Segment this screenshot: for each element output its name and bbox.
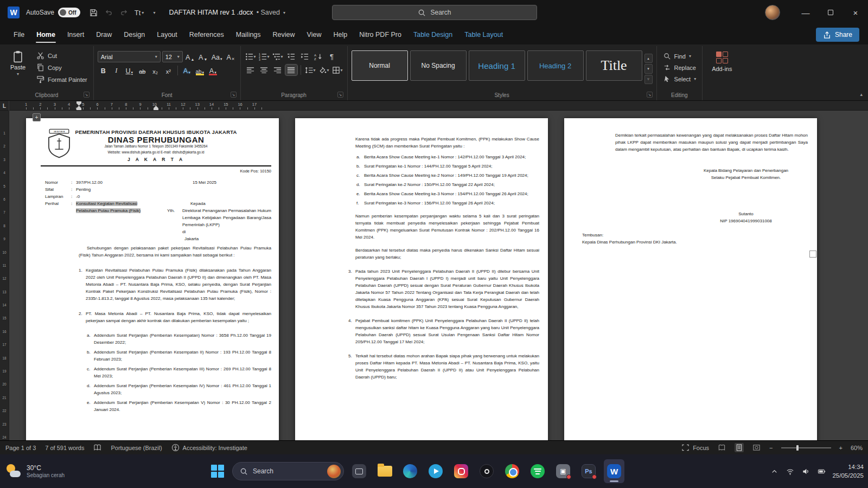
tembusan-item[interactable]: Kepala Dinas Perhubungan Provinsi DKI Ja… (582, 239, 808, 246)
list-item[interactable]: 4.Pejabat Pembuat komitmen (PPK) Unit Pe… (348, 317, 539, 345)
meta-row-sifat[interactable]: Sifat:Penting (45, 186, 271, 193)
signature-title-2[interactable]: Selaku Pejabat Pembuat Komitmen. (692, 174, 800, 181)
document-page-1[interactable]: + JAYA RAYA PEMERINTAH PROVINSI DAERAH K… (26, 118, 279, 440)
cut-button[interactable]: Cut (34, 50, 90, 61)
list-item[interactable]: b.Surat Peringatan ke-1 Nomor : 144/PH.1… (356, 163, 539, 170)
zoom-in-button[interactable]: + (839, 445, 843, 451)
signature-nip[interactable]: NIP 196904041999031008 (692, 217, 800, 224)
superscript-button[interactable]: x² (163, 65, 174, 76)
font-size-combo[interactable]: 12▾ (162, 51, 183, 62)
styles-more-button[interactable]: ▿ (644, 75, 653, 84)
replace-button[interactable]: Replace (661, 62, 699, 73)
paragraph-dialog-launcher[interactable]: ↘ (337, 92, 343, 98)
hidden-icons-chevron[interactable] (769, 466, 779, 476)
styles-scroll-down-button[interactable]: ▾ (644, 64, 653, 73)
list-item[interactable]: a.Addendum Surat Perjanjian (Pemberian K… (87, 332, 271, 346)
document-page-2[interactable]: Karena tidak ada progress maka Pejabat P… (295, 118, 548, 440)
save-button[interactable] (87, 5, 101, 20)
grow-font-button[interactable]: A▲ (184, 52, 196, 62)
align-left-button[interactable] (245, 65, 257, 75)
borders-button[interactable]: ▾ (331, 65, 343, 75)
recipient-name[interactable]: Direktorat Penanganan Permasalahan Hukum… (182, 207, 271, 228)
spotify-icon[interactable] (527, 459, 548, 483)
autosave-toggle[interactable]: Off (58, 8, 80, 17)
text-effects-button[interactable]: A▾ (181, 65, 193, 76)
list-item[interactable]: a.Berita Acara Show Cause Meeting ke-1 N… (356, 153, 539, 160)
tab-mailings[interactable]: Mailings (230, 25, 267, 44)
customize-quick-access-button[interactable]: ▾ (148, 5, 162, 20)
styles-scroll-up-button[interactable]: ▴ (644, 54, 653, 63)
font-color-button[interactable]: A▾ (207, 65, 219, 76)
signature-name-block[interactable]: Sutanto NIP 196904041999031008 (692, 210, 800, 224)
search-highlight-image[interactable] (327, 465, 341, 478)
maximize-button[interactable] (818, 0, 843, 25)
recipient-yth[interactable]: Yth. (167, 207, 182, 228)
letter-date[interactable]: 15 Mei 2025 (193, 179, 216, 186)
decrease-indent-button[interactable] (285, 51, 297, 62)
justify-button[interactable] (285, 65, 297, 75)
paste-button[interactable]: Paste ▾ (4, 47, 32, 76)
recipient-block[interactable]: Kepada Yth.Direktorat Penanganan Permasa… (167, 200, 271, 242)
volume-icon[interactable] (801, 466, 810, 476)
letterhead-city[interactable]: J A K A R T A (41, 156, 271, 163)
signature-title-block[interactable]: Kepala Bidang Pelayaran dan Penerbangan … (692, 167, 800, 181)
document-page-3[interactable]: Demikian terkait permasalahan kewenangan… (564, 118, 817, 440)
list-item[interactable]: 1.Kegiatan Revitalisasi Pelabuhan Pulau … (79, 267, 271, 302)
show-formatting-marks-button[interactable]: ¶ (326, 51, 338, 62)
tembusan-label[interactable]: Tembusan: (582, 232, 808, 239)
meta-row-lampiran[interactable]: Lampiran:-0 (45, 193, 271, 200)
list-item[interactable]: e.Addendum Surat Perjanjian (Pemberian K… (87, 399, 271, 413)
paragraph[interactable]: Karena tidak ada progress maka Pejabat P… (355, 136, 539, 150)
list-item[interactable]: 5.Terkait hal tersebut diatas mohon arah… (348, 352, 539, 381)
horizontal-ruler[interactable]: L 1234567891011121314151617 (0, 101, 868, 111)
zoom-out-button[interactable]: − (769, 445, 773, 451)
list-item[interactable]: e.Berita Acara Show Cause Meeting ke-3 N… (356, 190, 539, 197)
collapse-ribbon-button[interactable]: ▴ (860, 92, 863, 97)
align-center-button[interactable] (258, 65, 270, 75)
accessibility-status[interactable]: Accessibility: Investigate (171, 444, 247, 452)
battery-icon[interactable] (816, 466, 826, 476)
find-button[interactable]: Find▾ (661, 51, 699, 61)
minimize-button[interactable]: — (793, 0, 818, 25)
tab-insert[interactable]: Insert (61, 25, 90, 44)
tab-home[interactable]: Home (30, 25, 61, 44)
paragraph[interactable]: Sehubungan dengan pelaksanaan paket peke… (79, 245, 271, 259)
content-control-checkbox[interactable] (809, 251, 816, 258)
clear-formatting-button[interactable]: A✕ (225, 52, 237, 62)
bullets-button[interactable]: ▾ (245, 51, 257, 62)
letterhead-agency-name[interactable]: DINAS PERHUBUNGAN (41, 136, 271, 143)
read-mode-button[interactable] (717, 443, 726, 452)
chrome-icon[interactable] (502, 459, 522, 483)
bold-button[interactable]: B (98, 65, 109, 76)
zoom-slider[interactable] (781, 447, 831, 448)
language-indicator[interactable]: Portuguese (Brazil) (111, 445, 162, 451)
meta-row-nomor[interactable]: Nomor:397/PH.12.00 (45, 179, 271, 186)
subscript-button[interactable]: x₂ (150, 65, 161, 76)
line-spacing-button[interactable]: ▾ (304, 65, 316, 75)
strikethrough-button[interactable]: ab (137, 65, 148, 76)
change-case-button[interactable]: Aa▾ (210, 52, 224, 62)
word-count[interactable]: 7 of 591 words (45, 445, 84, 451)
tab-references[interactable]: References (183, 25, 230, 44)
list-item[interactable]: d.Addendum Surat Perjanjian (Pemberian K… (87, 382, 271, 396)
tab-table-design[interactable]: Table Design (407, 25, 458, 44)
document-title[interactable]: DAFTAR HITAM rev 1 .docx • Saved ▾ (169, 9, 285, 16)
shrink-font-button[interactable]: A▼ (197, 52, 209, 62)
tab-stop-selector[interactable]: L (0, 101, 9, 111)
tab-nitro-pdf-pro[interactable]: Nitro PDF Pro (353, 25, 407, 44)
share-button[interactable]: Share (816, 28, 859, 42)
print-layout-button[interactable] (735, 443, 744, 452)
instagram-icon[interactable] (451, 459, 471, 483)
recipient-kepada[interactable]: Kepada (190, 200, 271, 207)
selected-text[interactable]: Konsultasi Kegiatan Revitalisasi Pelabuh… (76, 201, 141, 213)
signature-name[interactable]: Sutanto (692, 210, 800, 217)
signature-title-1[interactable]: Kepala Bidang Pelayaran dan Penerbangan (692, 167, 800, 174)
user-avatar[interactable] (765, 5, 780, 20)
paragraph[interactable]: Demikian terkait permasalahan kewenangan… (615, 132, 808, 153)
tab-review[interactable]: Review (267, 25, 301, 44)
taskbar-search[interactable]: Search (232, 462, 344, 480)
focus-mode-button[interactable]: Focus (681, 444, 709, 452)
tembusan-block[interactable]: Tembusan: Kepala Dinas Perhubungan Provi… (582, 232, 808, 246)
recipient-city[interactable]: Jakarta (184, 235, 271, 242)
list-item[interactable]: 2.PT. Masa Metonia Abadi – PT. Nusantara… (79, 310, 271, 324)
